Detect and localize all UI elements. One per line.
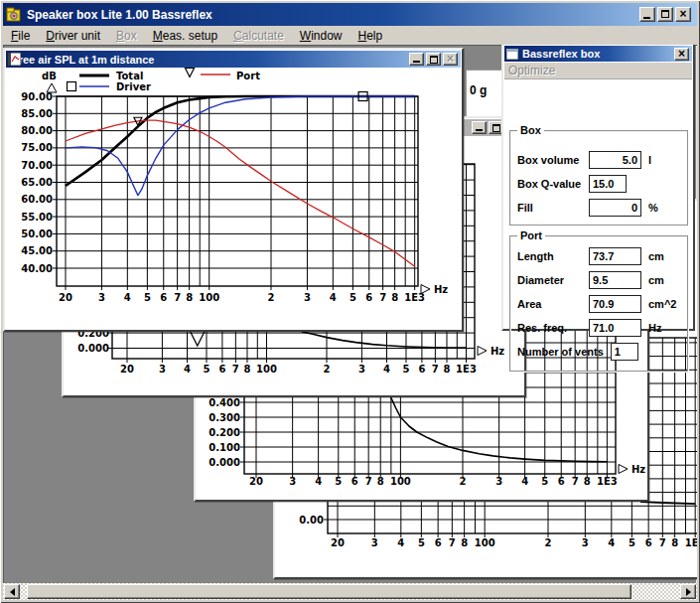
close-icon: × [447, 53, 454, 65]
svg-text:80.00: 80.00 [21, 125, 53, 136]
area-input[interactable]: 70.9 [589, 295, 641, 313]
svg-text:7: 7 [379, 292, 386, 303]
svg-text:75.00: 75.00 [21, 142, 53, 153]
svg-text:65.00: 65.00 [21, 177, 53, 188]
field-unit: l [648, 154, 651, 166]
minimize-button[interactable] [639, 7, 655, 22]
length-input[interactable]: 73.7 [589, 247, 641, 265]
dialog-title: Bassreflex box [522, 48, 600, 60]
svg-text:60.00: 60.00 [21, 194, 53, 205]
close-icon: × [679, 8, 686, 20]
svg-text:6: 6 [365, 292, 372, 303]
minimize-button[interactable] [409, 53, 424, 66]
scroll-left-icon [6, 588, 15, 596]
field-label: Res. freq. [517, 322, 589, 334]
scrollbar-thumb[interactable] [27, 584, 631, 599]
group-label: Box [517, 124, 544, 136]
app-title: Speaker box Lite 1.00 Bassreflex [27, 8, 212, 22]
svg-text:Total: Total [116, 71, 143, 81]
field-label: Box volume [517, 154, 589, 166]
close-button[interactable]: × [674, 48, 689, 61]
svg-text:50.00: 50.00 [21, 228, 53, 239]
scroll-right-icon [686, 588, 695, 596]
minimize-icon [413, 61, 420, 63]
diameter-input[interactable]: 9.5 [589, 271, 641, 289]
maximize-icon [661, 10, 669, 18]
svg-text:4: 4 [124, 292, 131, 303]
svg-text:5: 5 [144, 292, 151, 303]
svg-text:3: 3 [98, 292, 105, 303]
menu-item-window[interactable]: Window [292, 28, 350, 44]
close-button[interactable]: × [675, 7, 691, 22]
svg-text:dB: dB [42, 71, 57, 81]
field-label: Number of vents [517, 346, 604, 358]
svg-text:45.00: 45.00 [21, 245, 53, 256]
svg-text:55.00: 55.00 [21, 212, 53, 223]
svg-text:6: 6 [160, 292, 167, 303]
svg-text:70.00: 70.00 [21, 160, 53, 171]
dialog-icon [506, 49, 518, 60]
svg-text:7: 7 [174, 292, 181, 303]
optimize-menu-item[interactable]: Optimize [508, 64, 555, 77]
box-q-value-input[interactable]: 15.0 [589, 175, 627, 193]
spl-chart-window[interactable]: Free air SPL at 1m distance × 2034567810… [3, 48, 464, 332]
svg-text:20: 20 [59, 292, 72, 303]
application-window: Speaker box Lite 1.00 Bassreflex × FileD… [0, 0, 700, 603]
svg-text:100: 100 [199, 292, 219, 303]
svg-text:2: 2 [268, 292, 275, 303]
field-unit: % [648, 202, 658, 214]
group-label: Port [517, 229, 545, 241]
menu-item-driver-unit[interactable]: Driver unit [38, 28, 108, 44]
svg-text:5: 5 [350, 292, 356, 303]
horizontal-scrollbar[interactable] [3, 583, 697, 600]
menu-item-box: Box [108, 28, 145, 44]
svg-text:Port: Port [236, 71, 260, 81]
mdi-area: 0 g 2034567810023456781E30.00Hz 20345678… [3, 45, 697, 583]
box-volume-input[interactable]: 5.0 [589, 151, 641, 169]
dialog-title-bar[interactable]: Bassreflex box × [504, 46, 692, 62]
menu-item-calcutate: Calcutate [225, 28, 292, 44]
title-bar[interactable]: Speaker box Lite 1.00 Bassreflex × [3, 3, 697, 26]
svg-text:3: 3 [304, 292, 311, 303]
minimize-icon [643, 17, 650, 19]
menu-item-file[interactable]: File [3, 28, 38, 44]
field-unit: cm [648, 274, 664, 286]
field-label: Box Q-value [517, 178, 589, 190]
svg-text:4: 4 [330, 292, 337, 303]
field-unit: Hz [648, 322, 661, 334]
group-box: BoxBox volume5.0lBox Q-value15.0Fill0% [509, 130, 688, 226]
spl-window-icon [8, 53, 21, 66]
svg-text:Driver: Driver [116, 81, 151, 92]
spl-window-title: Free air SPL at 1m distance [12, 54, 154, 66]
res-freq--input[interactable]: 71.0 [589, 319, 641, 337]
scroll-right-button[interactable] [680, 584, 696, 599]
field-label: Length [517, 250, 589, 262]
svg-text:85.00: 85.00 [21, 108, 53, 119]
menu-item-help[interactable]: Help [350, 28, 391, 44]
svg-text:1E3: 1E3 [404, 292, 425, 303]
scroll-left-button[interactable] [4, 584, 20, 599]
close-button-disabled: × [443, 53, 458, 66]
field-unit: cm^2 [648, 298, 676, 310]
field-label: Diameter [517, 274, 589, 286]
svg-text:40.00: 40.00 [21, 263, 53, 274]
fill-input[interactable]: 0 [589, 199, 641, 217]
maximize-button[interactable] [657, 7, 673, 22]
spl-window-title-bar[interactable]: Free air SPL at 1m distance × [6, 51, 461, 68]
field-label: Fill [517, 202, 589, 214]
menu-bar: FileDriver unitBoxMeas. setupCalcutateWi… [3, 26, 697, 45]
app-icon [6, 7, 22, 23]
maximize-button[interactable] [426, 53, 441, 66]
field-unit: cm [648, 250, 664, 262]
dialog-menu-bar: Optimize [504, 63, 692, 79]
close-icon: × [678, 48, 685, 60]
maximize-icon [430, 56, 438, 64]
field-label: Area [517, 298, 589, 310]
dialog-body: BoxBox volume5.0lBox Q-value15.0Fill0%Po… [504, 80, 692, 328]
number-of-vents-input[interactable]: 1 [611, 343, 638, 361]
menu-item-meas-setup[interactable]: Meas. setup [145, 28, 225, 44]
svg-text:8: 8 [186, 292, 193, 303]
svg-text:Hz: Hz [434, 284, 448, 295]
bassreflex-dialog[interactable]: Bassreflex box × Optimize BoxBox volume5… [501, 45, 695, 331]
group-port: PortLength73.7cmDiameter9.5cmArea70.9cm^… [509, 235, 688, 372]
